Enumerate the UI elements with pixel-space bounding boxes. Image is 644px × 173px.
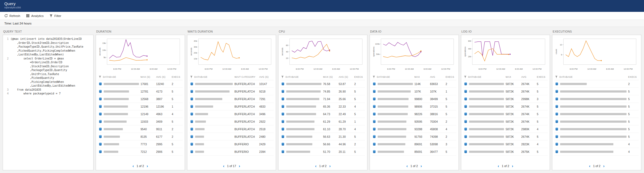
table-row[interactable]: 56.6644.962 (281, 140, 365, 148)
table-row[interactable]: 813561772 (98, 133, 183, 140)
value-cell: 22.49 (339, 112, 353, 116)
code-line: ,OrderID,StockItemID,Description (5, 41, 91, 45)
table-row[interactable]: 5872K2674K5 (463, 118, 548, 125)
svg-text:6:00 AM: 6:00 AM (424, 68, 431, 70)
chevron-left-icon[interactable]: ‹ (589, 164, 590, 168)
table-row[interactable]: 1278141735 (98, 88, 183, 95)
table-row[interactable]: BUFFERLATCH7291 (189, 95, 274, 103)
table-row[interactable]: 98906373155 (372, 103, 456, 110)
table-row[interactable]: 777329955 (98, 140, 183, 148)
table-row[interactable]: 5872K2674K5 (463, 103, 548, 110)
table-row[interactable]: BUFFERIO2429 (189, 140, 274, 148)
pagination: ‹1 of 2› (463, 161, 548, 168)
chevron-left-icon[interactable]: ‹ (406, 164, 408, 168)
code-text: ,UnitPrice,TaxRate (10, 72, 59, 76)
table-row[interactable]: BUFFERIO2394 (189, 148, 274, 156)
metric-card: 2040606:00 PM12:00 AM6:00 AM12:00 PMseco… (278, 35, 367, 170)
analytics-button[interactable]: Analytics (26, 14, 44, 17)
table-row[interactable]: 5 (554, 133, 639, 140)
table-row[interactable]: 5 (554, 88, 639, 95)
chevron-right-icon[interactable]: › (512, 164, 513, 168)
code-text: ,PickedQuantity (10, 76, 54, 80)
table-row[interactable]: BUFFERLATCH2480 (189, 133, 274, 140)
table-row[interactable]: 93595703042 (372, 118, 456, 125)
table-row[interactable]: 91793743982 (372, 133, 456, 140)
database-cell (281, 97, 321, 101)
chevron-right-icon[interactable]: › (329, 164, 331, 168)
value-cell: 21.30 (339, 135, 353, 138)
table-row[interactable]: 99800384995 (372, 95, 456, 103)
table-row[interactable]: 85691364775 (372, 148, 456, 156)
value-bar (560, 143, 613, 145)
table-row[interactable]: 98226388165 (372, 110, 456, 118)
table-row[interactable]: 93288458084 (372, 125, 456, 133)
sql-code-viewer[interactable]: 1(@max int)insert into data201835(OrderL… (5, 37, 91, 168)
table-row[interactable]: 64.7322.495 (281, 110, 365, 118)
table-row[interactable]: BUFFERLATCH3496 (189, 110, 274, 118)
value-bar (286, 105, 316, 108)
table-row[interactable]: 721229065 (98, 148, 183, 156)
filter-button[interactable]: Filter (49, 14, 61, 17)
table-row[interactable]: 2 (554, 80, 639, 88)
table-row[interactable]: 5872K2823K4 (463, 140, 548, 148)
table-row[interactable]: BUFFERLATCH2518 (189, 125, 274, 133)
chevron-left-icon[interactable]: ‹ (315, 164, 316, 168)
table-row[interactable]: 89691530983 (372, 140, 456, 148)
table-row[interactable]: BUFFERLATCH10147 (189, 80, 274, 88)
table-row[interactable]: 5 (554, 95, 639, 103)
table-row[interactable]: 56.6321.305 (281, 133, 365, 140)
svg-text:6M: 6M (468, 40, 471, 42)
table-row[interactable]: 51.7020.115 (281, 148, 365, 156)
value-bar (378, 98, 409, 100)
table-row[interactable]: 71.9425.665 (281, 95, 365, 103)
table-row[interactable]: BUFFERLATCH4833 (189, 103, 274, 110)
table-row[interactable]: 4 (554, 140, 639, 148)
table-row[interactable]: 5872K2674K5 (463, 80, 548, 88)
chevron-right-icon[interactable]: › (147, 164, 148, 168)
table-row[interactable]: 954095112 (98, 125, 183, 133)
table-row[interactable]: 74.8526.905 (281, 88, 365, 95)
chevron-left-icon[interactable]: ‹ (498, 164, 499, 168)
table-row[interactable]: 1150334095 (98, 118, 183, 125)
chevron-right-icon[interactable]: › (603, 164, 604, 168)
table-row[interactable]: 76.5853.872 (281, 80, 365, 88)
table-row[interactable]: BUFFERLATCH9218 (189, 88, 274, 95)
value-cell: 5 (172, 120, 182, 123)
table-row[interactable]: 61.1028.704 (281, 125, 365, 133)
table-row[interactable]: 1214949634 (98, 110, 183, 118)
table-row[interactable]: 5872K2674K5 (463, 110, 548, 118)
database-cell (99, 120, 139, 123)
table-row[interactable]: 5 (554, 103, 639, 110)
table-row[interactable]: 61.2961.291 (281, 118, 365, 125)
table-row[interactable]: 5872K2674K5 (463, 88, 548, 95)
table-row[interactable]: 5 (554, 118, 639, 125)
svg-text:12:00 AM: 12:00 AM (314, 68, 323, 70)
chevron-right-icon[interactable]: › (421, 164, 422, 168)
chevron-left-icon[interactable]: ‹ (223, 164, 224, 168)
page-title: Query (4, 1, 640, 6)
table-row[interactable]: 5 (554, 125, 639, 133)
value-cell: 99800 (414, 97, 428, 101)
table-row[interactable]: 5 (554, 110, 639, 118)
table-row[interactable]: 1256838075 (98, 95, 183, 103)
table-header: DATABASEMAX (S)AVG (S)EXECS (98, 74, 183, 80)
chevron-right-icon[interactable]: › (239, 164, 240, 168)
value-cell: 5872K (506, 143, 520, 146)
value-cell: 2 (354, 143, 364, 146)
table-row[interactable]: 5872K2998K3 (463, 95, 548, 103)
table-row[interactable]: 5872K2980K4 (463, 125, 548, 133)
table-row[interactable]: 5872K2674K5 (463, 133, 548, 140)
table-row[interactable]: 17681132402 (98, 80, 183, 88)
chevron-left-icon[interactable]: ‹ (133, 164, 134, 168)
table-row[interactable]: 4 (554, 148, 639, 156)
table-row[interactable]: 12196121961 (98, 103, 183, 110)
table-row[interactable]: BUFFERLATCH2922 (189, 118, 274, 125)
time-range-bar[interactable]: Time: Last 24 hours (0, 20, 644, 27)
table-row[interactable]: 5872K2675K5 (463, 148, 548, 156)
line-number (5, 84, 10, 88)
table-row[interactable]: 107K107K1 (372, 88, 456, 95)
main-content: QUERY TEXT 1(@max int)insert into data20… (0, 27, 644, 173)
refresh-button[interactable]: Refresh (4, 14, 20, 17)
table-row[interactable]: 65.3622.334 (281, 103, 365, 110)
table-row[interactable]: 114K836532 (372, 80, 456, 88)
